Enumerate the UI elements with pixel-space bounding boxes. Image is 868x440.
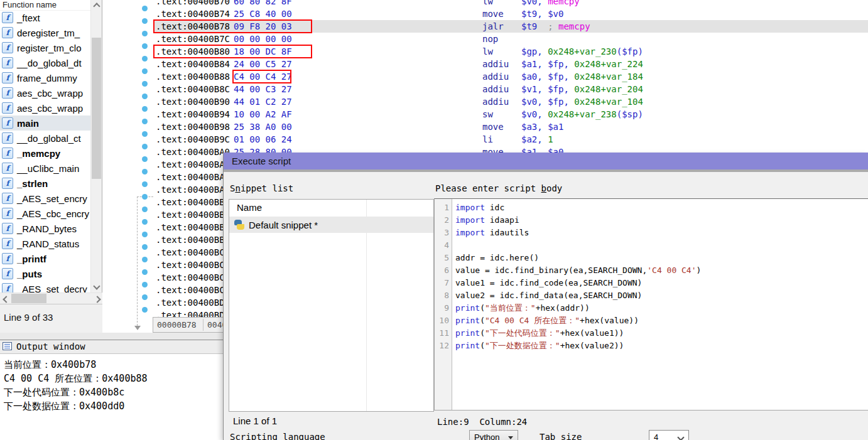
line-dot-icon[interactable] (142, 219, 148, 225)
script-editor[interactable]: 123456789101112 import idcimport idaapii… (434, 198, 868, 410)
function-row[interactable]: f_ftext (0, 10, 91, 25)
line-dot-icon[interactable] (142, 106, 148, 112)
code-line[interactable]: import idautils (455, 227, 529, 239)
function-row[interactable]: f_AES_cbc_encry (0, 206, 91, 221)
disasm-row[interactable]: .text:00400B9C01 00 06 24li$a2, 1 (153, 133, 868, 146)
disasm-row[interactable]: .text:00400B7060 80 82 8Flw$v0, memcpy (153, 0, 868, 8)
code-line[interactable]: print("下一处代码位置："+hex(value1)) (455, 327, 624, 340)
line-dot-icon[interactable] (142, 307, 148, 313)
line-dot-icon[interactable] (142, 294, 148, 300)
function-icon: f (2, 238, 13, 249)
line-dot-icon[interactable] (142, 169, 148, 174)
function-row[interactable]: f__do_global_dt (0, 55, 91, 70)
disasm-row[interactable]: .text:00400B8424 00 C5 27addiu$a1, $fp, … (153, 58, 868, 70)
line-number: 3 (435, 227, 449, 239)
line-dot-icon[interactable] (142, 181, 148, 187)
disasm-row[interactable]: .text:00400B9044 01 C2 27addiu$v0, $fp, … (153, 95, 868, 108)
code-line[interactable]: print("下一处数据位置："+hex(value2)) (455, 340, 624, 352)
line-dot-icon[interactable] (142, 257, 148, 262)
disasm-mnemonic: lw (482, 0, 493, 8)
code-line[interactable]: import idc (455, 201, 504, 214)
code-line[interactable]: import idaapi (455, 214, 519, 227)
code-line[interactable]: addr = idc.here() (455, 252, 539, 264)
line-dot-icon[interactable] (142, 81, 148, 87)
disasm-address: .text:00400B94 (156, 108, 230, 121)
function-row[interactable]: faes_cbc_wrapp (0, 100, 91, 115)
line-dot-icon[interactable] (142, 282, 148, 287)
disasm-operands: $a1, $fp, 0x248+var_224 (521, 58, 643, 70)
line-dot-icon[interactable] (142, 207, 148, 212)
disasm-row[interactable]: .text:00400B8C44 00 C3 27addiu$v1, $fp, … (153, 83, 868, 95)
code-line[interactable]: print("C4 00 C4 所在位置："+hex(value)) (455, 314, 639, 327)
tab-size-dropdown[interactable]: 4 (649, 430, 689, 440)
function-row[interactable]: f_AES_set_encry (0, 191, 91, 206)
line-dot-icon[interactable] (142, 43, 148, 49)
line-dot-icon[interactable] (142, 18, 148, 24)
dialog-titlebar[interactable]: Execute script (224, 153, 868, 169)
code-line[interactable]: value = idc.find_binary(ea,SEARCH_DOWN,'… (455, 264, 701, 277)
line-dot-icon[interactable] (142, 68, 148, 74)
scroll-left-icon[interactable] (3, 296, 9, 303)
line-dot-icon[interactable] (142, 232, 148, 237)
scroll-up-icon[interactable] (93, 3, 100, 9)
function-icon: f (2, 132, 13, 144)
line-dot-icon[interactable] (142, 119, 148, 124)
line-dot-icon[interactable] (142, 131, 148, 137)
python-icon (234, 220, 244, 230)
function-row[interactable]: f__uClibc_main (0, 161, 91, 176)
disasm-bytes: 01 00 06 24 (234, 133, 292, 146)
snippet-row-selected[interactable]: Default snippet * (229, 217, 433, 233)
line-dot-icon[interactable] (142, 194, 148, 200)
disasm-row[interactable]: .text:00400B9825 38 A0 00move$a3, $a1 (153, 121, 868, 133)
function-icon: f (2, 117, 13, 129)
function-icon: f (2, 268, 13, 279)
scrollbar-thumb[interactable] (11, 294, 46, 303)
disasm-row[interactable]: .text:00400B7C00 00 00 00nop (153, 33, 868, 45)
scrollbar-thumb[interactable] (92, 38, 101, 179)
scroll-down-icon[interactable] (93, 282, 100, 289)
line-dot-icon[interactable] (142, 269, 148, 275)
disasm-row[interactable]: .text:00400B7425 C8 40 00move$t9, $v0 (153, 8, 868, 20)
function-icon: f (2, 12, 13, 23)
function-row[interactable]: fmain (0, 115, 91, 131)
function-row[interactable]: fderegister_tm_ (0, 25, 91, 40)
line-dot-icon[interactable] (142, 94, 148, 99)
function-icon: f (2, 87, 13, 99)
snippet-list[interactable]: Name Default snippet * (229, 199, 434, 412)
line-dot-icon[interactable] (142, 56, 148, 62)
code-line[interactable]: value1 = idc.find_code(ea,SEARCH_DOWN) (455, 277, 642, 289)
line-dot-icon[interactable] (142, 31, 148, 36)
functions-horizontal-scrollbar[interactable] (0, 292, 102, 304)
line-dot-icon[interactable] (142, 144, 148, 149)
line-dot-icon[interactable] (142, 156, 148, 162)
output-window-titlebar[interactable]: Output window (0, 340, 225, 354)
function-name: register_tm_clo (17, 43, 82, 53)
function-row[interactable]: f_strlen (0, 176, 91, 191)
function-row[interactable]: fframe_dummy (0, 70, 91, 85)
red-annotation-box (153, 45, 312, 58)
disasm-operands: $v0, memcpy (521, 0, 580, 8)
function-row[interactable]: fregister_tm_clo (0, 40, 91, 55)
functions-vertical-scrollbar[interactable] (90, 0, 102, 292)
function-row[interactable]: f_RAND_status (0, 236, 91, 251)
snippet-name-column-header[interactable]: Name (229, 200, 433, 217)
function-row[interactable]: f__do_global_ct (0, 131, 91, 146)
function-row[interactable]: f_AES_set_decry (0, 281, 91, 292)
code-line[interactable]: print("当前位置："+hex(addr)) (455, 302, 590, 314)
disasm-address: .text:00400BB8 (156, 221, 230, 233)
code-line[interactable]: value2 = idc.find_data(ea,SEARCH_DOWN) (455, 289, 642, 302)
scroll-right-icon[interactable] (94, 296, 100, 303)
function-row[interactable]: f_printf (0, 251, 91, 266)
functions-column-header[interactable]: Function name (0, 0, 93, 11)
function-list: f_ftextfderegister_tm_fregister_tm_clof_… (0, 10, 91, 292)
language-dropdown[interactable]: Python (469, 430, 518, 440)
function-row[interactable]: f_RAND_bytes (0, 221, 91, 236)
disasm-row[interactable]: .text:00400B9410 00 A2 AFsw$v0, 0x248+va… (153, 108, 868, 121)
line-dot-icon[interactable] (142, 6, 148, 11)
file-offset-cell: 00000B78 (157, 320, 197, 330)
function-row[interactable]: f_memcpy (0, 146, 91, 161)
line-dot-icon[interactable] (142, 244, 148, 250)
function-row[interactable]: f_puts (0, 266, 91, 281)
function-row[interactable]: faes_cbc_wrapp (0, 85, 91, 100)
function-icon: f (2, 178, 13, 189)
